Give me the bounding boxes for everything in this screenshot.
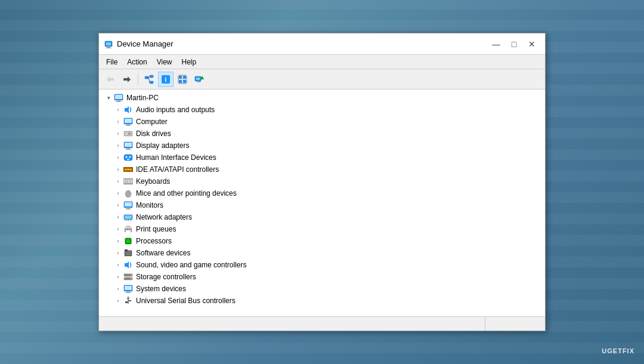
system-icon <box>123 284 134 294</box>
svg-rect-6 <box>145 76 148 79</box>
svg-point-69 <box>130 220 131 221</box>
tree-item-ide[interactable]: ›IDE ATA/ATAPI controllers <box>99 164 545 175</box>
tree-item-keyboards[interactable]: ›Keyboards <box>99 175 545 187</box>
svg-rect-54 <box>131 180 132 181</box>
monitors-arrow: › <box>113 200 123 210</box>
display-arrow: › <box>113 141 123 150</box>
storage-icon <box>123 272 134 282</box>
menu-action[interactable]: Action <box>122 57 151 67</box>
minimize-button[interactable]: — <box>488 38 504 51</box>
svg-rect-37 <box>125 143 132 147</box>
tree-item-disk[interactable]: ›Disk drives <box>99 128 545 140</box>
tree-item-storage[interactable]: ›Storage controllers <box>99 271 545 283</box>
network-arrow: › <box>113 212 123 222</box>
svg-rect-19 <box>196 78 200 80</box>
svg-rect-39 <box>125 149 131 150</box>
svg-point-42 <box>129 156 131 158</box>
svg-rect-83 <box>125 251 131 255</box>
svg-rect-17 <box>183 80 186 83</box>
svg-rect-43 <box>127 159 129 160</box>
svg-rect-8 <box>150 81 153 84</box>
show-hidden-button[interactable] <box>175 72 190 87</box>
scan-button[interactable] <box>191 72 207 87</box>
svg-marker-4 <box>107 76 114 82</box>
status-pane-main <box>99 317 485 331</box>
svg-rect-56 <box>126 181 127 183</box>
usb-icon <box>123 296 134 306</box>
tree-view-button[interactable] <box>141 72 157 87</box>
disk-arrow: › <box>113 129 123 138</box>
computer-label: Computer <box>136 118 168 126</box>
menu-view[interactable]: View <box>152 57 177 67</box>
svg-rect-57 <box>128 181 130 183</box>
pc-icon <box>113 93 124 103</box>
toolbar-separator-1 <box>138 73 138 85</box>
disk-label: Disk drives <box>136 129 171 138</box>
display-label: Display adapters <box>136 141 189 150</box>
tree-root-item[interactable]: ▾ Martin-PC <box>99 92 545 104</box>
svg-rect-52 <box>128 180 129 181</box>
svg-rect-51 <box>126 180 127 181</box>
menu-file[interactable]: File <box>101 57 122 67</box>
svg-point-89 <box>131 278 132 279</box>
tree-item-software[interactable]: ›Software devices <box>99 247 545 259</box>
svg-rect-7 <box>150 75 153 78</box>
tree-root: ▾ Martin-PC › Audio inputs and outputs›C… <box>99 92 545 307</box>
mice-icon <box>123 189 134 198</box>
info-button[interactable]: i <box>158 72 174 87</box>
svg-rect-53 <box>129 180 131 181</box>
svg-rect-24 <box>115 95 122 99</box>
tree-item-mice[interactable]: ›Mice and other pointing devices <box>99 187 545 199</box>
svg-marker-85 <box>125 261 129 269</box>
tree-item-processors[interactable]: ›Processors <box>99 235 545 247</box>
svg-rect-75 <box>126 239 130 243</box>
tree-item-usb[interactable]: ›Universal Serial Bus controllers <box>99 295 545 307</box>
svg-rect-73 <box>126 229 128 230</box>
software-icon <box>123 248 134 258</box>
svg-line-9 <box>148 76 150 78</box>
ide-arrow: › <box>113 165 123 174</box>
storage-label: Storage controllers <box>136 273 196 281</box>
maximize-button[interactable]: □ <box>506 38 522 51</box>
forward-button[interactable] <box>119 72 135 87</box>
tree-item-system[interactable]: ›System devices <box>99 283 545 295</box>
network-icon <box>123 212 134 222</box>
tree-item-network[interactable]: ›Network adapters <box>99 211 545 223</box>
root-arrow: ▾ <box>104 93 113 103</box>
processors-arrow: › <box>113 236 123 246</box>
svg-rect-76 <box>125 239 125 240</box>
tree-item-display[interactable]: ›Display adapters <box>99 140 545 152</box>
tree-item-computer[interactable]: ›Computer <box>99 116 545 128</box>
computer-icon <box>123 117 134 127</box>
tree-item-sound[interactable]: ›Sound, video and game controllers <box>99 259 545 271</box>
system-label: System devices <box>136 285 186 293</box>
usb-arrow: › <box>113 296 123 306</box>
svg-point-41 <box>126 156 128 158</box>
tree-item-audio[interactable]: › Audio inputs and outputs <box>99 104 545 116</box>
audio-label: Audio inputs and outputs <box>136 106 215 114</box>
window-controls: — □ ✕ <box>488 38 540 51</box>
tree-item-monitors[interactable]: ›Monitors <box>99 199 545 211</box>
svg-rect-79 <box>131 239 132 240</box>
svg-rect-1 <box>106 42 111 45</box>
svg-rect-15 <box>183 76 186 79</box>
hid-label: Human Interface Devices <box>136 153 216 162</box>
svg-point-47 <box>128 169 129 171</box>
tree-item-hid[interactable]: ›Human Interface Devices <box>99 152 545 164</box>
system-arrow: › <box>113 284 123 294</box>
keyboards-icon <box>123 177 134 186</box>
back-button[interactable] <box>103 72 118 87</box>
menu-help[interactable]: Help <box>177 57 202 67</box>
print-label: Print queues <box>136 225 176 233</box>
mice-label: Mice and other pointing devices <box>136 189 237 198</box>
svg-rect-62 <box>125 202 132 206</box>
sound-label: Sound, video and game controllers <box>136 261 246 269</box>
svg-point-88 <box>131 274 132 276</box>
tree-item-print[interactable]: ›Print queues <box>99 223 545 235</box>
svg-rect-72 <box>126 230 131 233</box>
svg-rect-64 <box>125 209 131 209</box>
svg-rect-66 <box>125 215 132 219</box>
close-button[interactable]: ✕ <box>524 38 540 51</box>
svg-rect-91 <box>125 286 132 290</box>
svg-rect-50 <box>124 180 125 181</box>
